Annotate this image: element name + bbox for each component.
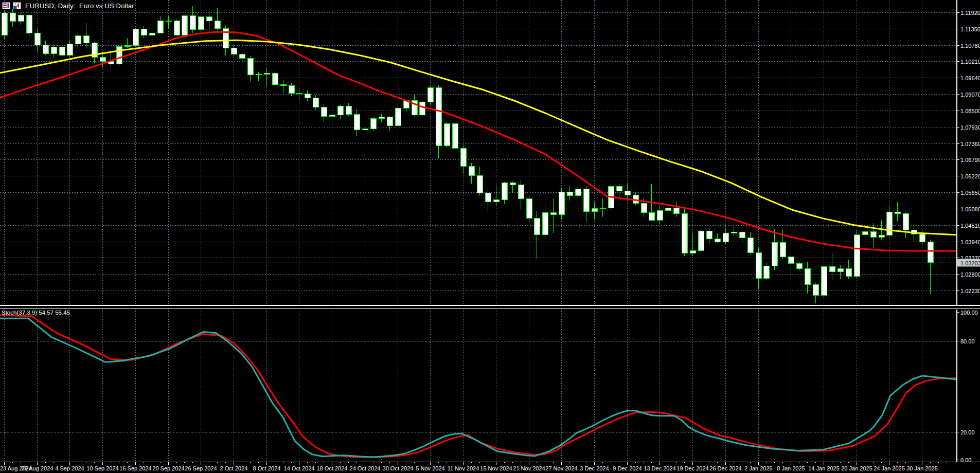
indicator-pane[interactable] xyxy=(0,310,956,462)
time-axis[interactable] xyxy=(0,462,980,473)
main-plot-area[interactable] xyxy=(0,0,956,305)
mini-chart-icon[interactable] xyxy=(13,2,21,10)
trading-chart-window: 1.119201.113501.107801.102101.096401.090… xyxy=(0,0,980,473)
quotes-grid-icon[interactable] xyxy=(2,2,10,10)
chart-canvas[interactable]: 1.119201.113501.107801.102101.096401.090… xyxy=(0,0,980,473)
price-axis[interactable] xyxy=(956,0,980,462)
indicator-label: Stoch(37,3,9) 54.57 55.45 xyxy=(2,310,70,316)
chart-title-bar: EURUSD, Daily: Euro vs US Dollar xyxy=(2,1,134,10)
chart-title: EURUSD, Daily: Euro vs US Dollar xyxy=(24,2,134,10)
